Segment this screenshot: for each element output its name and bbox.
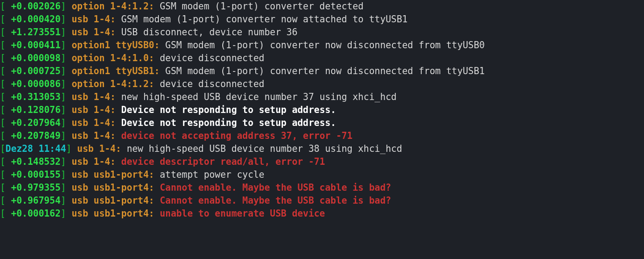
log-line: [ +0.000411] option1 ttyUSB0: GSM modem … — [0, 39, 644, 52]
log-message: GSM modem (1-port) converter now disconn… — [165, 66, 485, 76]
log-line: [ +1.273551] usb 1-4: USB disconnect, de… — [0, 26, 644, 39]
timestamp: +0.000411 — [11, 40, 61, 50]
log-line: [Dez28 11:44] usb 1-4: new high-speed US… — [0, 142, 644, 155]
bracket-close: ] — [61, 117, 72, 128]
log-source: option1 ttyUSB1: — [71, 66, 165, 76]
log-source: usb 1-4: — [71, 156, 121, 167]
log-source: usb usb1-port4: — [71, 182, 159, 193]
log-line: [ +0.207964] usb 1-4: Device not respond… — [0, 117, 644, 130]
timestamp: +0.207964 — [11, 117, 61, 128]
log-source: option 1-4:1.2: — [71, 1, 159, 12]
log-line: [ +0.000420] usb 1-4: GSM modem (1-port)… — [0, 13, 644, 26]
bracket-open: [ — [0, 79, 11, 89]
timestamp: +1.273551 — [11, 27, 61, 38]
timestamp: +0.000098 — [11, 53, 61, 63]
log-source: usb 1-4: — [71, 104, 121, 115]
bracket-open: [ — [0, 117, 11, 128]
bracket-close: ] — [61, 53, 72, 63]
kernel-log: [ +0.002026] option 1-4:1.2: GSM modem (… — [0, 0, 644, 225]
bracket-open: [ — [0, 156, 11, 167]
log-line: [ +0.000098] option 1-4:1.0: device disc… — [0, 52, 644, 65]
log-line: [ +0.000155] usb usb1-port4: attempt pow… — [0, 168, 644, 181]
bracket-close: ] — [61, 195, 72, 206]
log-message: new high-speed USB device number 37 usin… — [121, 92, 397, 102]
log-message: Cannot enable. Maybe the USB cable is ba… — [160, 195, 391, 206]
timestamp: +0.207849 — [11, 130, 61, 141]
log-line: [ +0.000086] option 1-4:1.2: device disc… — [0, 78, 644, 91]
log-source: usb 1-4: — [71, 117, 121, 128]
log-message: GSM modem (1-port) converter now disconn… — [165, 40, 485, 50]
log-source: usb 1-4: — [71, 130, 121, 141]
log-message: device disconnected — [160, 53, 265, 63]
bracket-close: ] — [61, 92, 72, 102]
log-message: new high-speed USB device number 38 usin… — [127, 143, 402, 154]
timestamp: +0.000155 — [11, 169, 61, 180]
log-message: Device not responding to setup address. — [121, 104, 336, 115]
log-message: GSM modem (1-port) converter detected — [160, 1, 364, 12]
timestamp: +0.000086 — [11, 79, 61, 89]
log-source: option 1-4:1.0: — [71, 53, 159, 63]
log-message: Cannot enable. Maybe the USB cable is ba… — [160, 182, 391, 193]
log-source: option1 ttyUSB0: — [71, 40, 165, 50]
log-line: [ +0.979355] usb usb1-port4: Cannot enab… — [0, 181, 644, 194]
timestamp: +0.148532 — [11, 156, 61, 167]
log-line: [ +0.967954] usb usb1-port4: Cannot enab… — [0, 194, 644, 207]
log-message: USB disconnect, device number 36 — [121, 27, 298, 38]
timestamp: +0.000420 — [11, 14, 61, 25]
log-source: option 1-4:1.2: — [71, 79, 159, 89]
bracket-close: ] — [61, 208, 72, 219]
log-message: attempt power cycle — [160, 169, 265, 180]
bracket-open: [ — [0, 104, 11, 115]
log-source: usb 1-4: — [71, 27, 121, 38]
bracket-close: ] — [61, 66, 72, 76]
log-source: usb usb1-port4: — [71, 195, 159, 206]
bracket-close: ] — [61, 1, 72, 12]
bracket-close: ] — [61, 27, 72, 38]
bracket-open: [ — [0, 130, 11, 141]
bracket-close: ] — [61, 14, 72, 25]
log-line: [ +0.002026] option 1-4:1.2: GSM modem (… — [0, 0, 644, 13]
log-message: device disconnected — [160, 79, 265, 89]
log-message: device not accepting address 37, error -… — [121, 130, 353, 141]
bracket-close: ] — [61, 130, 72, 141]
bracket-open: [ — [0, 92, 11, 102]
timestamp: +0.967954 — [11, 195, 61, 206]
bracket-close: ] — [61, 79, 72, 89]
log-source: usb 1-4: — [71, 92, 121, 102]
bracket-open: [ — [0, 66, 11, 76]
log-line: [ +0.000725] option1 ttyUSB1: GSM modem … — [0, 65, 644, 78]
bracket-close: ] — [61, 40, 72, 50]
log-source: usb usb1-port4: — [71, 169, 159, 180]
timestamp: +0.979355 — [11, 182, 61, 193]
bracket-close: ] — [61, 156, 72, 167]
timestamp: +0.313053 — [11, 92, 61, 102]
log-source: usb usb1-port4: — [71, 208, 159, 219]
timestamp: +0.128076 — [11, 104, 61, 115]
log-line: [ +0.148532] usb 1-4: device descriptor … — [0, 155, 644, 168]
log-message: Device not responding to setup address. — [121, 117, 336, 128]
bracket-close: ] — [66, 143, 77, 154]
log-line: [ +0.128076] usb 1-4: Device not respond… — [0, 104, 644, 117]
bracket-open: [ — [0, 14, 11, 25]
bracket-open: [ — [0, 53, 11, 63]
log-message: GSM modem (1-port) converter now attache… — [121, 14, 408, 25]
log-source: usb 1-4: — [77, 143, 127, 154]
bracket-close: ] — [61, 182, 72, 193]
timestamp: +0.000162 — [11, 208, 61, 219]
log-message: device descriptor read/all, error -71 — [121, 156, 325, 167]
bracket-open: [ — [0, 1, 11, 12]
bracket-open: [ — [0, 143, 5, 154]
log-message: unable to enumerate USB device — [160, 208, 325, 219]
timestamp: +0.000725 — [11, 66, 61, 76]
bracket-open: [ — [0, 40, 11, 50]
timestamp: +0.002026 — [11, 1, 61, 12]
bracket-open: [ — [0, 208, 11, 219]
log-source: usb 1-4: — [71, 14, 121, 25]
bracket-open: [ — [0, 182, 11, 193]
bracket-close: ] — [61, 169, 72, 180]
bracket-open: [ — [0, 27, 11, 38]
bracket-open: [ — [0, 195, 11, 206]
log-line: [ +0.000162] usb usb1-port4: unable to e… — [0, 207, 644, 220]
log-line: [ +0.207849] usb 1-4: device not accepti… — [0, 130, 644, 142]
timestamp: Dez28 11:44 — [5, 143, 66, 154]
